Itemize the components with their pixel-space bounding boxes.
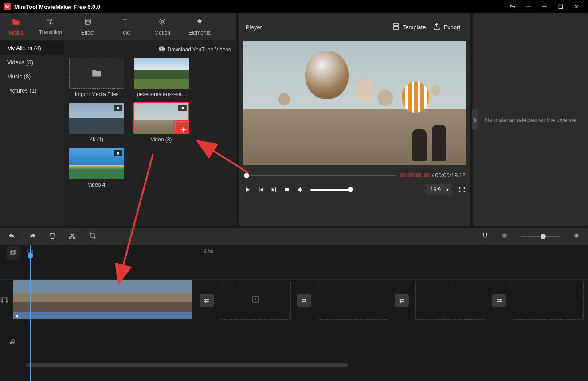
thumb-image	[134, 58, 189, 89]
playhead[interactable]	[30, 245, 31, 381]
aspect-ratio-select[interactable]: 16:9	[426, 184, 452, 195]
zoom-slider[interactable]	[521, 236, 561, 237]
delete-button[interactable]	[49, 232, 56, 241]
transition-icon	[46, 18, 55, 27]
player-title: Player	[246, 24, 262, 31]
menu-icon[interactable]	[521, 0, 537, 13]
tab-label: Effect	[81, 30, 94, 36]
thumb-image: ■	[69, 148, 124, 179]
stop-button[interactable]	[284, 187, 290, 193]
timeline: 0s 19.5s ⇄	[0, 245, 588, 381]
folder-icon	[69, 58, 124, 89]
transition-slot-button[interactable]: ⇄	[492, 294, 506, 307]
video-badge-icon: ■	[114, 150, 122, 156]
empty-clip-slot[interactable]	[415, 281, 486, 320]
import-media-tile[interactable]: Import Media Files	[69, 58, 124, 97]
app-logo-icon: M	[4, 3, 11, 10]
tab-motion[interactable]: Motion	[144, 13, 181, 40]
volume-icon[interactable]	[296, 186, 304, 194]
prev-frame-button[interactable]	[257, 186, 264, 193]
timeline-scrollbar[interactable]	[0, 362, 588, 368]
video-badge-icon: ■	[178, 105, 187, 111]
transition-slot-button[interactable]: ⇄	[297, 294, 311, 307]
close-button[interactable]	[568, 0, 584, 13]
tab-transition[interactable]: Transition	[32, 13, 69, 40]
undo-button[interactable]	[8, 232, 16, 241]
titlebar: M MiniTool MovieMaker Free 6.0.0	[0, 0, 588, 13]
audio-track[interactable]	[0, 321, 588, 362]
time-total: 00:00:19.12	[435, 172, 466, 179]
download-youtube-link[interactable]: Download YouTube Videos	[69, 44, 231, 55]
text-icon	[121, 18, 129, 28]
transition-slot-button[interactable]: ⇄	[395, 294, 409, 307]
svg-point-3	[161, 21, 164, 23]
media-icon	[12, 18, 20, 28]
tab-label: Media	[9, 30, 24, 36]
collapse-properties-button[interactable]: ❯	[472, 109, 478, 130]
export-icon	[433, 23, 441, 32]
tab-elements[interactable]: Elements	[181, 13, 218, 40]
svg-rect-11	[12, 250, 16, 254]
sidebar-item-music[interactable]: Music (8)	[0, 69, 64, 83]
redo-button[interactable]	[28, 232, 36, 241]
empty-clip-slot[interactable]	[220, 281, 291, 320]
svg-rect-5	[285, 188, 289, 191]
next-frame-button[interactable]	[270, 186, 278, 193]
media-thumb-selected[interactable]: ■ + video (3)	[134, 103, 189, 143]
empty-clip-slot[interactable]	[318, 281, 388, 320]
maximize-button[interactable]	[553, 0, 568, 13]
thumb-image: ■ +	[134, 103, 189, 134]
svg-rect-1	[85, 19, 90, 24]
export-label: Export	[443, 24, 460, 31]
transition-slot-button[interactable]: ⇄	[200, 294, 214, 307]
overlay-track[interactable]	[0, 257, 588, 279]
video-badge-icon: ■	[114, 105, 122, 111]
minimize-button[interactable]	[537, 0, 553, 13]
zoom-handle[interactable]	[541, 234, 546, 239]
zoom-out-button[interactable]	[501, 232, 508, 241]
tab-text[interactable]: Text	[106, 13, 144, 40]
video-track-icon	[0, 296, 9, 304]
tab-label: Transition	[39, 29, 62, 35]
app-title: MiniTool MovieMaker Free 6.0.0	[14, 4, 100, 10]
seek-bar[interactable]	[244, 175, 396, 176]
add-to-timeline-button[interactable]: +	[176, 122, 189, 134]
snap-button[interactable]	[482, 232, 489, 241]
empty-clip-slot[interactable]	[513, 281, 584, 320]
timeline-ruler[interactable]: 0s 19.5s	[0, 245, 588, 257]
player-pane: Player Template Export	[239, 13, 470, 226]
tab-media[interactable]: Media	[0, 13, 32, 40]
sidebar-item-label: Music (8)	[7, 73, 31, 80]
sidebar-item-pictures[interactable]: Pictures (1)	[0, 83, 64, 97]
play-button[interactable]	[244, 186, 251, 193]
media-thumb[interactable]: ■ video 4	[69, 148, 124, 188]
template-button[interactable]: Template	[388, 21, 430, 34]
no-selection-message: No material selected on the timeline	[485, 117, 576, 123]
timeline-clip[interactable]	[13, 280, 192, 319]
sidebar-item-label: Videos (3)	[7, 59, 33, 66]
properties-pane: ❯ No material selected on the timeline	[473, 13, 588, 226]
thumb-label: pexels-mateusz-sa...	[137, 91, 186, 97]
seek-handle[interactable]	[244, 173, 249, 178]
tab-effect[interactable]: Effect	[69, 13, 106, 40]
tab-label: Motion	[154, 30, 170, 36]
svg-rect-12	[1, 298, 8, 303]
aspect-label: 16:9	[431, 187, 441, 193]
add-track-button[interactable]	[6, 246, 20, 260]
media-thumb[interactable]: pexels-mateusz-sa...	[134, 58, 189, 97]
zoom-in-button[interactable]	[573, 232, 580, 241]
fullscreen-button[interactable]	[459, 186, 466, 193]
tab-label: Text	[120, 30, 130, 36]
crop-button[interactable]	[89, 232, 97, 241]
sidebar-item-videos[interactable]: Videos (3)	[0, 55, 64, 69]
export-button[interactable]: Export	[429, 21, 464, 34]
volume-slider[interactable]	[310, 189, 350, 190]
thumb-image: ■	[69, 103, 124, 134]
ruler-mark: 19.5s	[200, 248, 213, 254]
media-thumb[interactable]: ■ 4k (1)	[69, 103, 124, 143]
license-key-icon[interactable]	[505, 0, 521, 13]
thumb-label: 4k (1)	[90, 136, 104, 143]
video-track[interactable]: ⇄ ⇄ ⇄ ⇄	[0, 279, 588, 321]
split-button[interactable]	[68, 232, 76, 241]
sidebar-item-myalbum[interactable]: My Album (4)	[0, 41, 64, 55]
